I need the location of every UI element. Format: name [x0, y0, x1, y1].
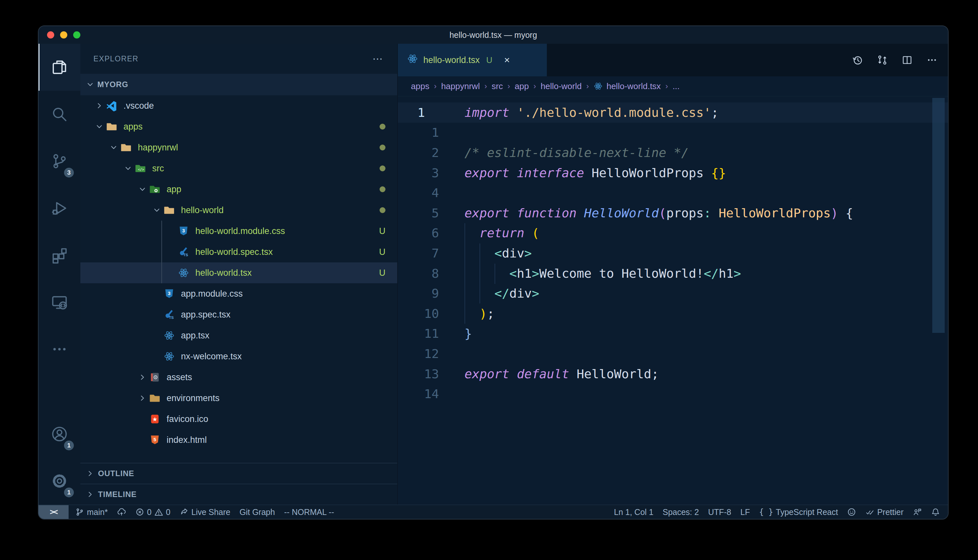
status-cursor-position[interactable]: Ln 1, Col 1	[614, 507, 654, 517]
activity-item-settings[interactable]: 1	[38, 458, 80, 505]
react-icon	[407, 53, 418, 67]
activity-item-accounts[interactable]: 1	[38, 410, 80, 458]
tree-item-happynrwl[interactable]: happynrwl	[80, 137, 397, 158]
status-eol[interactable]: LF	[741, 507, 750, 517]
tree-item-hello-world.spec.tsx[interactable]: TS hello-world.spec.tsxU	[80, 242, 397, 262]
code-line: 3export interface HelloWorldProps {}	[398, 163, 948, 183]
editor-scrollbar[interactable]	[932, 98, 945, 333]
react-icon	[593, 82, 603, 91]
status-live-share[interactable]: Live Share	[180, 507, 231, 517]
toolbar-open-changes-icon[interactable]	[877, 55, 888, 66]
status-sync[interactable]	[117, 507, 126, 517]
tree-item-src[interactable]: </> src	[80, 158, 397, 179]
cloud-icon	[117, 507, 126, 517]
window-title: hello-world.tsx — myorg	[38, 30, 948, 40]
tree-item-nx-welcome.tsx[interactable]: nx-welcome.tsx	[80, 346, 397, 367]
status-accessibility[interactable]	[913, 507, 922, 517]
activity-badge-source-control: 3	[64, 168, 74, 178]
status-notifications[interactable]	[931, 507, 940, 517]
git-modified-dot	[379, 145, 385, 150]
html-icon: 5	[149, 434, 161, 446]
breadcrumb-item-...[interactable]: ...	[672, 81, 680, 92]
activity-item-source-control[interactable]: 3	[38, 138, 80, 185]
breadcrumb-separator: ›	[586, 82, 589, 91]
tree-item-hello-world.module.css[interactable]: 3 hello-world.module.cssU	[80, 221, 397, 242]
folder-src-icon: </>	[135, 163, 146, 174]
tree-item-assets[interactable]: assets	[80, 367, 397, 388]
activity-item-remote-explorer[interactable]	[38, 279, 80, 326]
line-number: 1	[398, 125, 439, 140]
status-vim-mode[interactable]: -- NORMAL --	[284, 507, 334, 517]
panel-header-outline[interactable]: OUTLINE	[80, 463, 397, 483]
breadcrumb-item-hello-world[interactable]: hello-world	[541, 81, 582, 92]
tree-item-app.tsx[interactable]: app.tsx	[80, 325, 397, 346]
line-number: 14	[398, 387, 439, 401]
tree-item-label: environments	[167, 393, 219, 403]
status-language-mode[interactable]: { }TypeScript React	[759, 507, 838, 517]
tree-item-index.html[interactable]: 5 index.html	[80, 430, 397, 450]
explorer-actions-icon[interactable]: ⋯	[373, 55, 384, 62]
status-indentation[interactable]: Spaces: 2	[662, 507, 699, 517]
activity-bar: 3 1 1	[38, 44, 80, 505]
breadcrumb-item-happynrwl[interactable]: happynrwl	[441, 81, 480, 92]
sidebar-header: EXPLORER ⋯	[80, 44, 397, 74]
assets-icon	[149, 372, 161, 383]
tab-bar: hello-world.tsx U ×	[398, 44, 948, 77]
sidebar-spacer	[80, 450, 397, 463]
code-line: 10 );	[398, 303, 948, 324]
status-prettier[interactable]: Prettier	[865, 507, 903, 517]
tree-item-environments[interactable]: environments	[80, 388, 397, 408]
chevron-right-icon	[137, 393, 148, 403]
status-git-branch[interactable]: main*	[75, 507, 108, 517]
css-icon: 3	[163, 288, 175, 300]
code-editor[interactable]: 1import './hello-world.module.css'; 1 2/…	[398, 97, 948, 505]
tree-item-app.spec.tsx[interactable]: TS app.spec.tsx	[80, 304, 397, 325]
workspace-section-header[interactable]: MYORG	[80, 74, 397, 95]
activity-item-more-views[interactable]	[38, 326, 80, 373]
activity-item-extensions[interactable]	[38, 232, 80, 279]
tree-item-app.module.css[interactable]: 3 app.module.css	[80, 283, 397, 304]
code-line: 11}	[398, 324, 948, 344]
chevron-down-icon	[85, 80, 95, 89]
breadcrumb-item-apps[interactable]: apps	[411, 81, 429, 92]
line-number: 8	[398, 266, 439, 281]
sidebar-title: EXPLORER	[94, 55, 139, 63]
chevron-down-icon	[152, 206, 162, 215]
tree-item-.vscode[interactable]: .vscode	[80, 95, 397, 116]
checkdouble-icon	[865, 507, 874, 517]
breadcrumb-item-hello-world.tsx[interactable]: hello-world.tsx	[593, 81, 661, 92]
breadcrumb-separator: ›	[533, 82, 536, 91]
breadcrumb-item-app[interactable]: app	[515, 81, 529, 92]
tree-item-label: apps	[124, 122, 143, 132]
activity-item-explorer[interactable]	[38, 44, 80, 91]
tab-hello-world-tsx[interactable]: hello-world.tsx U ×	[398, 44, 547, 77]
tree-item-app[interactable]: app	[80, 179, 397, 200]
line-number: 4	[398, 186, 439, 200]
toolbar-timeline-view-icon[interactable]	[852, 55, 863, 66]
status-problems[interactable]: 00	[135, 507, 171, 517]
folder-tan-icon	[106, 121, 118, 132]
svg-text:3: 3	[168, 291, 171, 296]
workspace-name: MYORG	[97, 80, 129, 89]
tree-item-hello-world.tsx[interactable]: hello-world.tsxU	[80, 262, 397, 283]
activity-item-search[interactable]	[38, 91, 80, 138]
breadcrumb-item-src[interactable]: src	[492, 81, 503, 92]
activity-item-run-debug[interactable]	[38, 185, 80, 232]
toolbar-more-actions-icon[interactable]	[926, 55, 938, 66]
status-git-graph[interactable]: Git Graph	[239, 507, 275, 517]
tree-item-hello-world[interactable]: hello-world	[80, 200, 397, 221]
panel-header-timeline[interactable]: TIMELINE	[80, 483, 397, 505]
code-line: 1	[398, 123, 948, 143]
explorer-sidebar: EXPLORER ⋯ MYORG .vscode apps happynrwl …	[80, 44, 398, 505]
status-encoding[interactable]: UTF-8	[708, 507, 731, 517]
tree-item-favicon.ico[interactable]: ★ favicon.ico	[80, 408, 397, 430]
toolbar-split-editor-icon[interactable]	[901, 55, 913, 66]
close-tab-icon[interactable]: ×	[504, 55, 510, 66]
status-feedback[interactable]	[847, 507, 856, 517]
folder-env-icon	[149, 392, 161, 404]
status-remote-indicator[interactable]: ><	[38, 505, 69, 519]
git-untracked-badge: U	[379, 268, 386, 278]
tree-item-apps[interactable]: apps	[80, 116, 397, 137]
vscode-window: hello-world.tsx — myorg 3 1 1 EXPLORER ⋯…	[38, 25, 949, 520]
svg-text:3: 3	[182, 228, 185, 233]
